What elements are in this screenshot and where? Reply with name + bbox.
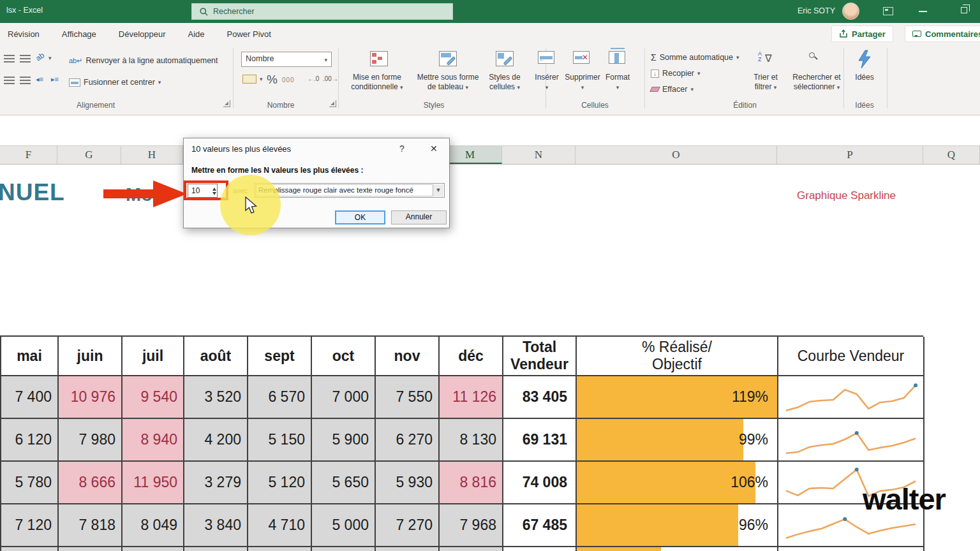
curve-header[interactable]: Courbe Vendeur — [778, 337, 924, 376]
dialog-help-icon[interactable]: ? — [399, 143, 405, 154]
column-header-O[interactable]: O — [575, 146, 777, 164]
column-header-F[interactable]: F — [0, 146, 57, 164]
dialog-close-icon[interactable]: ✕ — [430, 143, 438, 154]
column-header-H[interactable]: H — [121, 146, 183, 164]
month-cell[interactable]: 8 816 — [440, 462, 503, 504]
ribbon-tab-affichage[interactable]: Affichage — [59, 29, 99, 39]
month-cell[interactable]: 10 976 — [59, 376, 122, 419]
month-cell[interactable]: 8 130 — [440, 419, 503, 462]
align-top-icon[interactable] — [4, 55, 15, 62]
month-cell[interactable]: 5 000 — [312, 504, 376, 547]
percent-style-icon[interactable]: % — [267, 73, 278, 87]
user-name[interactable]: Eric SOTY — [798, 6, 835, 15]
column-header-G[interactable]: G — [57, 146, 121, 164]
increase-decimal-icon[interactable]: ←.0 — [308, 75, 319, 82]
month-cell[interactable]: 6 120 — [1, 419, 59, 462]
month-cell[interactable]: 5 150 — [248, 419, 312, 462]
month-cell[interactable]: 4 710 — [248, 504, 312, 547]
ribbon-display-options-icon[interactable] — [883, 7, 893, 15]
month-header-sept[interactable]: sept — [248, 337, 312, 376]
total-cell[interactable]: 74 008 — [503, 462, 577, 504]
wrap-text-button[interactable]: ab↵ Renvoyer à la ligne automatiquement — [69, 56, 218, 65]
comments-button[interactable]: Commentaires — [905, 26, 980, 42]
currency-format-button[interactable]: ▾ — [242, 75, 263, 84]
delete-button[interactable]: Supprimer▾ — [563, 73, 602, 92]
month-cell[interactable]: 7 968 — [440, 504, 503, 547]
month-cell[interactable]: 5 930 — [376, 462, 440, 504]
month-header-juil[interactable]: juil — [122, 337, 184, 376]
ribbon-tab-power-pivot[interactable]: Power Pivot — [225, 29, 274, 39]
column-header-P[interactable]: P — [777, 146, 923, 164]
orientation-chevron-icon[interactable]: ▾ — [48, 55, 52, 61]
align-right-icon[interactable] — [20, 77, 31, 84]
orientation-icon[interactable]: ab — [34, 50, 46, 62]
percent-cell[interactable]: 50% — [577, 547, 778, 551]
month-cell[interactable]: 5 780 — [1, 462, 59, 504]
month-header-juin[interactable]: juin — [59, 337, 122, 376]
month-cell[interactable]: 6 270 — [376, 419, 440, 462]
month-cell[interactable]: 3 850 — [122, 547, 184, 551]
ribbon-tab-développeur[interactable]: Développeur — [116, 29, 168, 39]
month-header-mai[interactable]: mai — [1, 337, 59, 376]
month-cell[interactable]: 7 818 — [59, 504, 122, 547]
month-cell[interactable]: 4 200 — [184, 419, 248, 462]
month-cell[interactable]: 5 120 — [248, 462, 312, 504]
align-left-icon[interactable] — [4, 77, 15, 84]
month-cell[interactable]: 11 950 — [122, 462, 184, 504]
cancel-button[interactable]: Annuler — [391, 210, 447, 224]
share-button[interactable]: Partager — [831, 26, 893, 42]
ok-button[interactable]: OK — [335, 210, 385, 224]
month-cell[interactable]: 9 540 — [122, 376, 184, 419]
month-cell[interactable]: 8 940 — [122, 419, 184, 462]
fill-button[interactable]: ↓ Recopier ▾ — [651, 69, 701, 78]
total-cell[interactable]: 35 180 — [503, 547, 577, 551]
sparkline-cell[interactable] — [778, 419, 924, 462]
autosum-button[interactable]: Σ Somme automatique ▾ — [651, 52, 739, 62]
month-header-oct[interactable]: oct — [312, 337, 376, 376]
total-header[interactable]: Total Vendeur — [503, 337, 577, 376]
conditional-formatting-button[interactable]: Mise en forme conditionnelle ▾ — [337, 73, 417, 92]
total-cell[interactable]: 69 131 — [503, 419, 577, 462]
month-cell[interactable]: 4 020 — [376, 547, 440, 551]
style-dropdown[interactable]: Remplissage rouge clair avec texte rouge… — [255, 183, 445, 198]
number-dialog-launcher[interactable] — [329, 100, 336, 107]
sparkline-cell[interactable] — [778, 376, 924, 419]
month-cell[interactable]: 3 700 — [312, 547, 376, 551]
comma-style-icon[interactable]: 000 — [282, 77, 295, 84]
column-header-N[interactable]: N — [502, 146, 575, 164]
sparkline-cell[interactable] — [778, 547, 924, 551]
month-cell[interactable]: 5 650 — [312, 462, 376, 504]
month-cell[interactable]: 3 840 — [184, 504, 248, 547]
month-cell[interactable]: 7 550 — [376, 376, 440, 419]
month-cell[interactable]: 7 980 — [59, 419, 122, 462]
restore-icon[interactable] — [961, 7, 967, 13]
month-cell[interactable]: 5 900 — [312, 419, 376, 462]
column-header-Q[interactable]: Q — [923, 146, 980, 164]
month-header-déc[interactable]: déc — [440, 337, 503, 376]
month-cell[interactable]: 4 200 — [440, 547, 503, 551]
dropdown-chevron-icon[interactable]: ▼ — [433, 184, 443, 196]
search-box[interactable]: Rechercher — [191, 3, 453, 20]
month-cell[interactable]: 8 666 — [59, 462, 122, 504]
format-as-table-button[interactable]: Mettre sous forme de tableau ▾ — [408, 73, 487, 92]
month-cell[interactable]: 7 000 — [312, 376, 376, 419]
month-cell[interactable]: 7 270 — [376, 504, 440, 547]
month-cell[interactable]: 8 049 — [122, 504, 184, 547]
minimize-icon[interactable] — [919, 11, 927, 12]
month-cell[interactable]: 3 520 — [184, 376, 248, 419]
alignment-dialog-launcher[interactable] — [223, 100, 230, 107]
ribbon-tab-aide[interactable]: Aide — [186, 29, 207, 39]
cell-styles-button[interactable]: Styles de cellules ▾ — [479, 73, 530, 92]
month-header-nov[interactable]: nov — [376, 337, 440, 376]
month-cell[interactable]: 11 126 — [440, 376, 503, 419]
month-cell[interactable]: 1 840 — [184, 547, 248, 551]
percent-cell[interactable]: 99% — [577, 419, 778, 462]
format-button[interactable]: Format▾ — [600, 73, 635, 92]
decrease-indent-icon[interactable]: ◂≡ — [36, 75, 43, 84]
percent-cell[interactable]: 119% — [577, 376, 778, 419]
insert-button[interactable]: Insérer▾ — [528, 73, 565, 92]
number-format-select[interactable]: Nombre ▾ — [241, 52, 332, 67]
find-select-button[interactable]: Rechercher et sélectionner ▾ — [780, 73, 854, 92]
percent-header[interactable]: % Réalisé/ Objectif — [577, 337, 778, 376]
clear-button[interactable]: Effacer ▾ — [651, 85, 694, 94]
